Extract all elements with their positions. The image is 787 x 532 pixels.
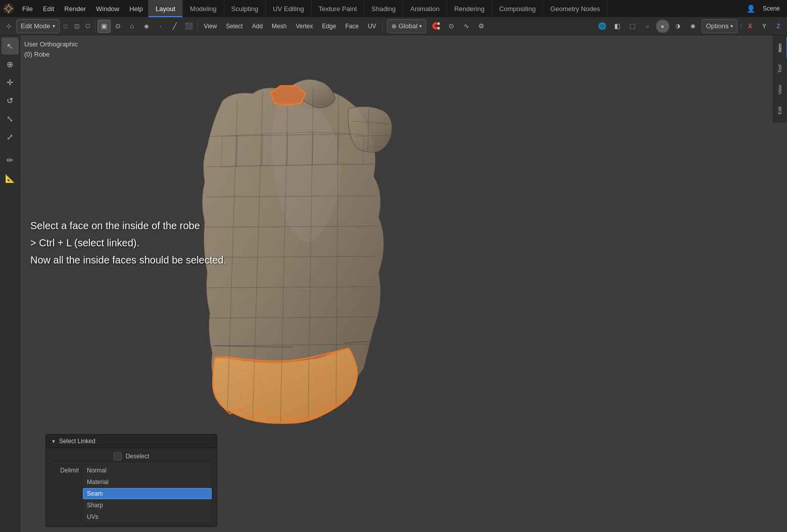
svg-line-15 bbox=[253, 91, 263, 421]
option-sharp[interactable]: Sharp bbox=[83, 500, 212, 511]
proportional-icon[interactable]: ⊙ bbox=[445, 20, 458, 33]
top-right-controls: 👤 Scene bbox=[741, 2, 787, 15]
object-icon[interactable]: □ bbox=[61, 21, 71, 31]
panel-separator bbox=[51, 463, 212, 464]
measure-tool[interactable]: 📐 bbox=[2, 170, 19, 187]
uv-menu-btn[interactable]: UV bbox=[364, 19, 380, 33]
mesh-menu-btn[interactable]: Mesh bbox=[268, 19, 290, 33]
transform-icon: ⊕ bbox=[391, 23, 397, 30]
xray-icon[interactable]: ⬚ bbox=[626, 20, 639, 33]
option-material[interactable]: Material bbox=[83, 476, 212, 488]
tab-layout[interactable]: Layout bbox=[149, 0, 183, 17]
delimit-options: Normal Material Seam Sharp UVs bbox=[83, 465, 212, 522]
tab-texture-paint[interactable]: Texture Paint bbox=[312, 0, 365, 17]
top-menu-bar: File Edit Render Window Help Layout Mode… bbox=[0, 0, 787, 17]
panel-title: Select Linked bbox=[59, 438, 95, 445]
tab-animation[interactable]: Animation bbox=[403, 0, 447, 17]
deselect-label: Deselect bbox=[126, 453, 150, 460]
file-menu[interactable]: File bbox=[17, 0, 38, 17]
right-toolbar-btns: 🌐 ◧ ⬚ ○ ● ◑ ◉ Options ▾ :: X Y Z bbox=[596, 19, 785, 33]
panel-collapse-icon[interactable]: ▼ bbox=[51, 439, 56, 444]
select-misc-icon[interactable]: ◈ bbox=[140, 20, 153, 33]
face-select-icon[interactable]: ⬛ bbox=[182, 20, 195, 33]
svg-line-20 bbox=[227, 358, 248, 414]
option-seam[interactable]: Seam bbox=[83, 488, 212, 499]
tab-view[interactable]: View bbox=[773, 79, 788, 100]
annotate-tool[interactable]: ✏ bbox=[2, 151, 19, 169]
select-menu-btn[interactable]: Select bbox=[222, 19, 247, 33]
option-normal[interactable]: Normal bbox=[83, 465, 212, 476]
window-menu[interactable]: Window bbox=[91, 0, 124, 17]
tab-tool[interactable]: Tool bbox=[773, 59, 788, 79]
select-lasso-icon[interactable]: ⌂ bbox=[126, 20, 139, 33]
shading-wire-btn[interactable]: ○ bbox=[641, 20, 654, 33]
edge-icon[interactable]: ╱ bbox=[168, 20, 181, 33]
overlay-icon[interactable]: ◧ bbox=[611, 20, 624, 33]
tab-geometry-nodes[interactable]: Geometry Nodes bbox=[543, 0, 607, 17]
tab-edit[interactable]: Edit bbox=[773, 100, 788, 121]
transform-tool[interactable]: ⤢ bbox=[2, 128, 19, 145]
cursor-tool[interactable]: ⊕ bbox=[2, 56, 19, 73]
shading-render-btn[interactable]: ◉ bbox=[686, 20, 700, 33]
panel-content: Deselect Delimit Normal Material Seam Sh… bbox=[46, 448, 217, 526]
svg-line-21 bbox=[258, 362, 268, 423]
shading-material-btn[interactable]: ◑ bbox=[671, 20, 684, 33]
svg-line-13 bbox=[211, 344, 373, 346]
mode-dropdown-arrow: ▾ bbox=[53, 23, 55, 29]
cursor-icon[interactable]: ⊹ bbox=[2, 20, 15, 33]
vertex-icon[interactable]: · bbox=[154, 20, 167, 33]
options-icon[interactable]: ⚙ bbox=[475, 20, 488, 33]
help-menu[interactable]: Help bbox=[124, 0, 148, 17]
select-box-icon[interactable]: ▣ bbox=[97, 20, 111, 33]
shading-solid-btn[interactable]: ● bbox=[656, 20, 669, 33]
tab-compositing[interactable]: Compositing bbox=[492, 0, 543, 17]
toolbar-separator-1 bbox=[95, 20, 95, 32]
user-icon: 👤 bbox=[745, 2, 758, 15]
select-tool[interactable]: ↖ bbox=[2, 37, 19, 55]
panel-header: ▼ Select Linked bbox=[46, 435, 217, 448]
vertex-menu-btn[interactable]: Vertex bbox=[291, 19, 317, 33]
options-selector[interactable]: Options ▾ bbox=[702, 19, 738, 33]
x-axis-btn[interactable]: X bbox=[744, 20, 757, 33]
edit-mode-selector[interactable]: Edit Mode ▾ bbox=[16, 19, 60, 33]
option-uvs[interactable]: UVs bbox=[83, 511, 212, 522]
scene-label[interactable]: Scene bbox=[760, 2, 783, 15]
wire-icon[interactable]: ◫ bbox=[72, 21, 82, 31]
viewport-3d[interactable]: User Orthographic (0) Robe bbox=[20, 35, 773, 532]
scale-tool[interactable]: ⤡ bbox=[2, 110, 19, 127]
tab-uv-editing[interactable]: UV Editing bbox=[266, 0, 311, 17]
deselect-checkbox[interactable] bbox=[114, 452, 122, 460]
edit-menu[interactable]: Edit bbox=[38, 0, 59, 17]
transform-selector[interactable]: ⊕ Global ▾ bbox=[387, 19, 427, 33]
face-icon[interactable]: ⬡ bbox=[83, 21, 93, 31]
falloff-icon[interactable]: ∿ bbox=[460, 20, 473, 33]
add-menu-btn[interactable]: Add bbox=[248, 19, 267, 33]
tab-sculpting[interactable]: Sculpting bbox=[224, 0, 266, 17]
svg-line-8 bbox=[206, 196, 376, 197]
edge-menu-btn[interactable]: Edge bbox=[318, 19, 340, 33]
tab-shading[interactable]: Shading bbox=[365, 0, 404, 17]
svg-marker-37 bbox=[337, 133, 364, 165]
face-menu-btn[interactable]: Face bbox=[341, 19, 363, 33]
tab-item[interactable]: Item bbox=[773, 37, 788, 59]
y-axis-btn[interactable]: Y bbox=[758, 20, 771, 33]
tab-rendering[interactable]: Rendering bbox=[447, 0, 492, 17]
tab-modeling[interactable]: Modeling bbox=[183, 0, 224, 17]
select-mode-icons: ⊹ Edit Mode ▾ □ ◫ ⬡ bbox=[2, 19, 93, 33]
render-menu[interactable]: Render bbox=[59, 0, 91, 17]
transform-dropdown-arrow: ▾ bbox=[419, 23, 422, 29]
svg-line-30 bbox=[215, 346, 293, 347]
svg-line-10 bbox=[206, 256, 377, 257]
snap-icon[interactable]: 🧲 bbox=[429, 20, 442, 33]
svg-line-14 bbox=[227, 101, 237, 414]
world-icon[interactable]: 🌐 bbox=[596, 20, 609, 33]
svg-marker-36 bbox=[312, 132, 338, 165]
svg-line-19 bbox=[217, 363, 298, 384]
svg-marker-34 bbox=[262, 133, 288, 166]
viewport-toolbar: ⊹ Edit Mode ▾ □ ◫ ⬡ ▣ ⊙ ⌂ ◈ · ╱ ⬛ View S… bbox=[0, 17, 787, 35]
select-circle-icon[interactable]: ⊙ bbox=[112, 20, 125, 33]
rotate-tool[interactable]: ↺ bbox=[2, 92, 19, 109]
z-axis-btn[interactable]: Z bbox=[772, 20, 785, 33]
view-menu-btn[interactable]: View bbox=[200, 19, 221, 33]
move-tool[interactable]: ✛ bbox=[2, 74, 19, 91]
